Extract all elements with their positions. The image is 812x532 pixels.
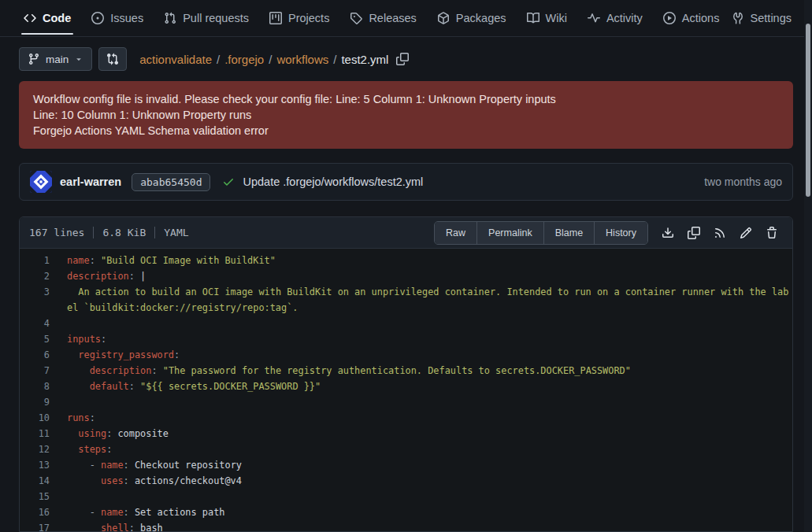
line-number[interactable]: 3 <box>20 284 50 316</box>
breadcrumb: actionvalidate/.forgejo/workflows/test2.… <box>139 53 388 66</box>
breadcrumb-separator: / <box>217 53 220 66</box>
line-content: An action to build an OCI image with Bui… <box>67 284 792 316</box>
line-number[interactable]: 4 <box>20 316 50 331</box>
breadcrumb-link[interactable]: workflows <box>276 53 328 66</box>
git-branch-icon <box>28 53 40 65</box>
code-line: 17 shell: bash <box>20 520 792 531</box>
avatar[interactable] <box>30 171 52 193</box>
line-number[interactable]: 12 <box>20 441 50 457</box>
line-number[interactable]: 2 <box>20 268 50 284</box>
blame-button[interactable]: Blame <box>544 222 595 244</box>
rss-icon <box>714 227 726 239</box>
tab-label: Issues <box>110 12 143 24</box>
tab-actions[interactable]: Actions <box>663 0 720 36</box>
line-number[interactable]: 6 <box>20 347 50 363</box>
tab-wiki[interactable]: Wiki <box>527 0 567 36</box>
tools-icon <box>732 12 744 24</box>
error-line: Workflow config file is invalid. Please … <box>33 91 779 107</box>
copy-icon <box>396 53 409 65</box>
branch-bar: main actionvalidate/.forgejo/workflows/t… <box>19 46 793 72</box>
line-number[interactable]: 13 <box>20 457 50 473</box>
download-button[interactable] <box>662 227 674 239</box>
branch-select-button[interactable]: main <box>19 47 92 71</box>
tab-projects[interactable]: Projects <box>269 0 329 36</box>
nav-tabs: CodeIssuesPull requestsProjectsReleasesP… <box>24 0 719 36</box>
line-number[interactable]: 17 <box>20 520 50 531</box>
line-number[interactable]: 10 <box>20 410 50 426</box>
tab-issues[interactable]: Issues <box>91 0 143 36</box>
breadcrumb-separator: / <box>333 53 336 66</box>
raw-button[interactable]: Raw <box>435 222 477 244</box>
commit-sha-button[interactable]: abab65450d <box>132 173 210 191</box>
line-content: inputs: <box>67 331 792 347</box>
breadcrumb-link[interactable]: .forgejo <box>224 53 264 66</box>
tab-settings[interactable]: Settings <box>732 0 792 36</box>
line-number[interactable]: 9 <box>20 394 50 410</box>
line-number[interactable]: 8 <box>20 379 50 394</box>
package-icon <box>437 12 450 24</box>
file-language: YAML <box>164 227 188 238</box>
compare-button[interactable] <box>98 47 127 71</box>
rss-button[interactable] <box>714 227 726 239</box>
project-icon <box>269 12 282 24</box>
breadcrumb-link[interactable]: actionvalidate <box>139 53 212 66</box>
code-view: 1name: "Build OCI Image with BuildKit"2d… <box>20 249 792 531</box>
copy-icon <box>688 227 700 239</box>
history-button[interactable]: History <box>595 222 647 244</box>
tab-label: Settings <box>751 12 792 24</box>
code-line: 1name: "Build OCI Image with BuildKit" <box>20 253 792 268</box>
tab-label: Actions <box>682 12 720 24</box>
permalink-button[interactable]: Permalink <box>477 222 544 244</box>
file-size: 6.8 KiB <box>102 227 146 238</box>
edit-icon <box>740 227 752 239</box>
commit-author[interactable]: earl-warren <box>60 175 121 188</box>
line-number[interactable]: 16 <box>20 504 50 520</box>
file-info: 167 lines 6.8 KiB YAML <box>29 227 189 238</box>
line-number[interactable]: 11 <box>20 426 50 441</box>
tab-packages[interactable]: Packages <box>437 0 506 36</box>
tab-activity[interactable]: Activity <box>588 0 643 36</box>
line-content: using: composite <box>67 426 792 441</box>
line-number[interactable]: 7 <box>20 363 50 379</box>
file-actions <box>662 227 778 239</box>
pulse-icon <box>588 12 600 24</box>
commit-status-check-icon[interactable] <box>222 175 235 188</box>
line-content <box>67 489 792 504</box>
commit-message[interactable]: Update .forgejo/workflows/test2.yml <box>243 175 423 188</box>
error-line: Forgejo Actions YAML Schema validation e… <box>33 123 779 139</box>
divider <box>154 227 155 238</box>
latest-commit-box: earl-warren abab65450d Update .forgejo/w… <box>19 163 793 201</box>
line-number[interactable]: 5 <box>20 331 50 347</box>
file-header: 167 lines 6.8 KiB YAML RawPermalinkBlame… <box>20 217 792 249</box>
tab-releases[interactable]: Releases <box>350 0 416 36</box>
line-content <box>67 394 792 410</box>
tab-label: Pull requests <box>183 12 249 24</box>
issue-icon <box>91 12 104 24</box>
code-line: 8 default: "${{ secrets.DOCKER_PASSWORD … <box>20 379 792 394</box>
breadcrumb-current-file: test2.yml <box>341 53 388 66</box>
code-line: 9 <box>20 394 792 410</box>
tab-pull-requests[interactable]: Pull requests <box>164 0 249 36</box>
edit-button[interactable] <box>740 227 752 239</box>
trash-button[interactable] <box>766 227 778 239</box>
book-icon <box>527 12 539 24</box>
error-banner: Workflow config file is invalid. Please … <box>19 81 793 149</box>
view-mode-buttons: RawPermalinkBlameHistory <box>434 221 648 245</box>
scrollbar-thumb[interactable] <box>806 24 810 197</box>
copy-path-button[interactable] <box>396 53 409 65</box>
line-content: default: "${{ secrets.DOCKER_PASSWORD }}… <box>67 379 792 394</box>
code-line: 11 using: composite <box>20 426 792 441</box>
tab-label: Releases <box>369 12 416 24</box>
line-number[interactable]: 14 <box>20 473 50 489</box>
divider <box>93 227 94 238</box>
code-line: 15 <box>20 489 792 504</box>
chevron-down-icon <box>74 54 83 64</box>
copy-button[interactable] <box>688 227 700 239</box>
line-number[interactable]: 1 <box>20 253 50 268</box>
line-content: steps: <box>67 441 792 457</box>
pr-icon <box>164 12 176 24</box>
code-line: 2description: | <box>20 268 792 284</box>
line-content: shell: bash <box>67 520 792 531</box>
line-number[interactable]: 15 <box>20 489 50 504</box>
tab-code[interactable]: Code <box>24 0 71 36</box>
